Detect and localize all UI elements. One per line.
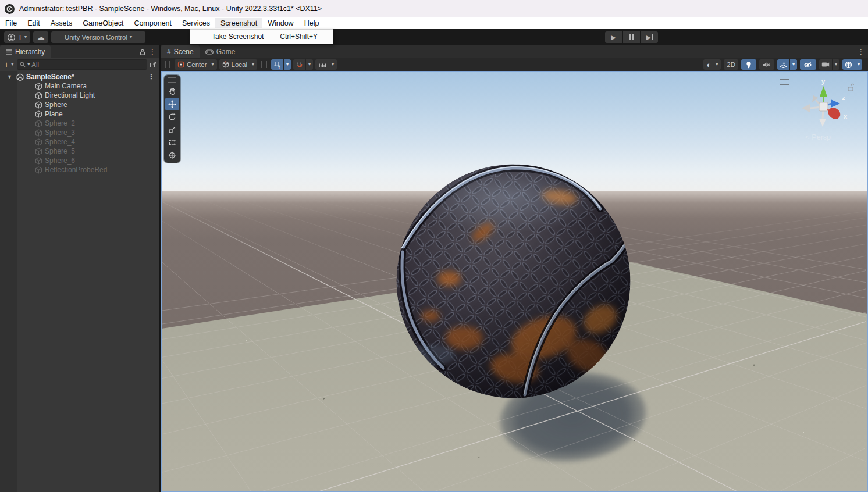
menu-assets[interactable]: Assets xyxy=(45,18,78,28)
pivot-mode-dropdown[interactable]: Center ▾ xyxy=(175,59,217,70)
hierarchy-item-row[interactable]: Sphere_3 xyxy=(0,128,159,137)
chevron-down-icon: ▾ xyxy=(286,62,289,67)
menu-file[interactable]: File xyxy=(0,18,22,28)
scene-viewport[interactable]: y z x < Persp xyxy=(161,71,868,492)
hierarchy-item-label: Sphere_6 xyxy=(45,156,75,165)
tab-hierarchy[interactable]: Hierarchy xyxy=(0,45,51,58)
snap-options[interactable]: ▾ xyxy=(306,59,313,70)
camera-settings-button[interactable] xyxy=(819,59,832,70)
speaker-muted-icon xyxy=(763,62,770,68)
ruler-icon xyxy=(318,61,327,68)
unity-app-icon xyxy=(5,4,15,14)
effects-options[interactable]: ▾ xyxy=(790,59,797,70)
overlay-drag-handle[interactable] xyxy=(780,79,789,85)
version-control-dropdown[interactable]: Unity Version Control ▾ xyxy=(51,31,145,43)
cube-icon xyxy=(35,138,42,146)
handle-rotation-dropdown[interactable]: Local ▾ xyxy=(219,59,258,70)
grid-axis-icon: Y xyxy=(273,61,281,69)
sphere-object[interactable] xyxy=(396,163,631,399)
orientation-gizmo[interactable]: y z x < Persp xyxy=(792,77,856,141)
tab-scene[interactable]: # Scene xyxy=(161,45,200,58)
hierarchy-tree: ▼ SampleScene* ⋮ Main CameraDirectional … xyxy=(0,71,159,492)
scene-options-kebab-icon[interactable]: ⋮ xyxy=(854,48,868,56)
menu-services[interactable]: Services xyxy=(177,18,215,28)
hierarchy-item-label: Sphere_3 xyxy=(45,129,75,137)
rotate-tool[interactable] xyxy=(165,110,179,123)
gizmos-options[interactable]: ▾ xyxy=(855,59,862,70)
overlay-drag-handle[interactable] xyxy=(168,77,176,83)
shaded-sphere-icon: ◐ xyxy=(706,60,711,69)
transform-tool[interactable] xyxy=(165,149,179,162)
search-input[interactable] xyxy=(31,61,144,68)
scale-tool[interactable] xyxy=(165,123,179,136)
menu-edit[interactable]: Edit xyxy=(22,18,45,28)
hierarchy-item-row[interactable]: ReflectionProbeRed xyxy=(0,165,159,174)
scene-lighting-toggle[interactable] xyxy=(741,59,756,70)
hierarchy-item-row[interactable]: Sphere_2 xyxy=(0,119,159,128)
hierarchy-item-row[interactable]: Directional Light xyxy=(0,91,159,100)
cube-icon xyxy=(35,92,42,99)
menu-item-take-screenshot[interactable]: Take Screenshot Ctrl+Shift+Y xyxy=(190,30,333,44)
play-button[interactable]: ▶ xyxy=(605,31,622,43)
hierarchy-item-row[interactable]: Main Camera xyxy=(0,81,159,91)
grid-visibility-options[interactable]: ▾ xyxy=(284,59,291,70)
pause-button[interactable] xyxy=(623,31,640,43)
tab-game[interactable]: Game xyxy=(200,45,241,58)
projection-mode-button[interactable]: < Persp xyxy=(805,133,831,141)
camera-options[interactable]: ▾ xyxy=(833,59,839,70)
chevron-down-icon: ▾ xyxy=(130,35,132,40)
effects-toggle[interactable] xyxy=(777,59,789,70)
toolbar-drag-handle[interactable] xyxy=(261,61,267,68)
scene-name: SampleScene* xyxy=(26,73,74,81)
scene-root-row[interactable]: ▼ SampleScene* ⋮ xyxy=(0,72,159,81)
play-icon: ▶ xyxy=(611,34,616,41)
gizmo-unlock-icon xyxy=(848,84,853,91)
scene-options-kebab-icon[interactable]: ⋮ xyxy=(148,73,155,81)
toolbar-drag-handle[interactable] xyxy=(165,61,170,68)
menu-component[interactable]: Component xyxy=(129,18,177,28)
unity-scene-icon xyxy=(16,73,24,81)
gizmos-toggle[interactable] xyxy=(842,59,855,70)
shading-mode-dropdown[interactable]: ◐ ▾ xyxy=(703,59,721,70)
chevron-down-icon: ▾ xyxy=(24,35,27,40)
cloud-services-button[interactable]: ☁ xyxy=(33,31,48,43)
open-in-window-icon[interactable] xyxy=(150,61,156,68)
rect-tool[interactable] xyxy=(165,136,179,149)
menu-screenshot[interactable]: Screenshot xyxy=(215,18,262,28)
snap-size-dropdown[interactable]: ▾ xyxy=(315,59,337,70)
hierarchy-item-row[interactable]: Sphere_6 xyxy=(0,156,159,165)
take-screenshot-label: Take Screenshot xyxy=(212,33,264,41)
hierarchy-item-row[interactable]: Sphere xyxy=(0,100,159,109)
2d-mode-toggle[interactable]: 2D xyxy=(724,59,738,70)
snap-toggle[interactable] xyxy=(293,59,305,70)
menu-window[interactable]: Window xyxy=(262,18,298,28)
version-control-label: Unity Version Control xyxy=(65,34,127,41)
scene-grid-icon: # xyxy=(167,48,171,56)
foldout-arrow-icon[interactable]: ▼ xyxy=(7,74,14,80)
editor-main-area: Hierarchy ⋮ +▾ ▾ xyxy=(0,45,868,492)
local-cube-icon xyxy=(222,61,229,68)
screenshot-dropdown-menu: Take Screenshot Ctrl+Shift+Y xyxy=(190,29,333,44)
lock-icon[interactable] xyxy=(140,49,145,55)
grid-visibility-toggle[interactable]: Y xyxy=(271,59,283,70)
menu-gameobject[interactable]: GameObject xyxy=(77,18,129,28)
hierarchy-item-label: Sphere_4 xyxy=(45,138,75,146)
view-hand-tool[interactable] xyxy=(165,85,179,98)
move-tool[interactable] xyxy=(165,98,179,110)
account-button[interactable]: T ▾ xyxy=(4,31,30,43)
hierarchy-item-row[interactable]: Sphere_5 xyxy=(0,147,159,156)
menu-help[interactable]: Help xyxy=(299,18,325,28)
hierarchy-search-field[interactable]: ▾ xyxy=(17,59,147,70)
hierarchy-options-kebab-icon[interactable]: ⋮ xyxy=(145,48,159,56)
create-add-button[interactable]: +▾ xyxy=(3,60,15,69)
hierarchy-item-label: Directional Light xyxy=(45,91,95,99)
hidden-objects-toggle[interactable] xyxy=(800,59,816,70)
audio-mute-toggle[interactable] xyxy=(759,59,774,70)
hierarchy-item-row[interactable]: Sphere_4 xyxy=(0,137,159,147)
cube-icon xyxy=(35,120,42,127)
hierarchy-item-row[interactable]: Plane xyxy=(0,109,159,119)
chevron-left-icon: < xyxy=(805,133,810,141)
gizmos-globe-icon xyxy=(845,61,852,69)
step-button[interactable]: ▶ xyxy=(641,31,658,43)
axis-x-label: x xyxy=(844,113,848,120)
